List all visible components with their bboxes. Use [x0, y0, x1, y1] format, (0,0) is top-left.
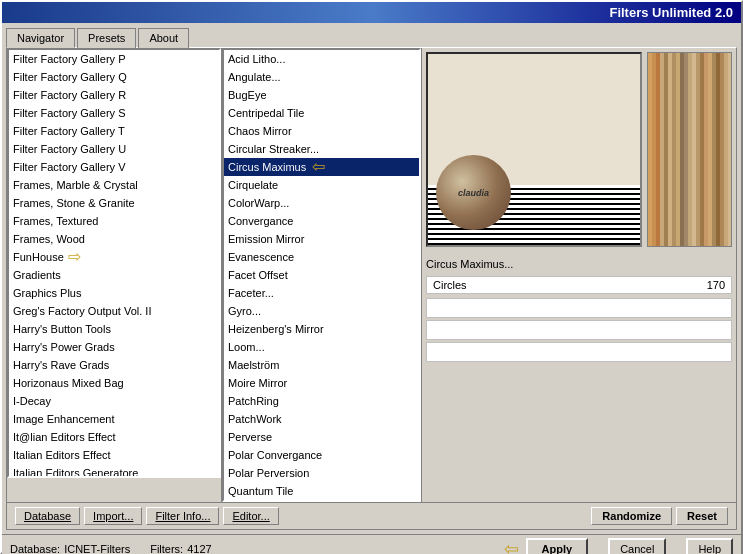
- effect-item[interactable]: Facet Offset: [224, 266, 419, 284]
- filters-status: Filters: 4127: [150, 543, 211, 554]
- slider-row[interactable]: [426, 320, 732, 340]
- list-item[interactable]: Filter Factory Gallery U: [9, 140, 219, 158]
- effect-item[interactable]: PatchRing: [224, 392, 419, 410]
- slider-row[interactable]: [426, 342, 732, 362]
- bottom-toolbar: Database Import... Filter Info... Editor…: [7, 502, 736, 529]
- effect-item[interactable]: PatchWork: [224, 410, 419, 428]
- status-bar: Database: ICNET-Filters Filters: 4127 ⇦ …: [2, 534, 741, 554]
- filter-info-button[interactable]: Filter Info...: [146, 507, 219, 525]
- list-item[interactable]: Italian Editors Effect: [9, 446, 219, 464]
- list-item[interactable]: Frames, Marble & Crystal: [9, 176, 219, 194]
- left-panel: Filter Factory Gallery P Filter Factory …: [7, 48, 222, 502]
- apply-button[interactable]: Apply: [526, 538, 589, 554]
- effect-item[interactable]: Polar Convergance: [224, 446, 419, 464]
- database-status-label: Database:: [10, 543, 60, 554]
- effect-item[interactable]: Maelström: [224, 356, 419, 374]
- list-item[interactable]: Filter Factory Gallery T: [9, 122, 219, 140]
- preview-area: claudia: [426, 52, 732, 252]
- tab-about[interactable]: About: [138, 28, 189, 48]
- preview-image: claudia: [426, 52, 642, 247]
- list-item[interactable]: Horizonaus Mixed Bag: [9, 374, 219, 392]
- effect-item[interactable]: Angulate...: [224, 68, 419, 86]
- filters-status-label: Filters:: [150, 543, 183, 554]
- randomize-button[interactable]: Randomize: [591, 507, 672, 525]
- help-button[interactable]: Help: [686, 538, 733, 554]
- effect-name-label: Circus Maximus...: [426, 256, 732, 272]
- circles-value: 170: [707, 279, 725, 291]
- effect-item[interactable]: Convergance: [224, 212, 419, 230]
- reset-button[interactable]: Reset: [676, 507, 728, 525]
- slider-row[interactable]: [426, 298, 732, 318]
- effect-list[interactable]: Acid Litho... Angulate... BugEye Centrip…: [222, 48, 421, 502]
- list-item[interactable]: Filter Factory Gallery P: [9, 50, 219, 68]
- circles-label: Circles: [433, 279, 467, 291]
- effect-item[interactable]: Quantum Tile: [224, 482, 419, 500]
- list-item[interactable]: Harry's Rave Grads: [9, 356, 219, 374]
- list-item[interactable]: Italian Editors Generatore: [9, 464, 219, 478]
- main-window: Filters Unlimited 2.0 Navigator Presets …: [0, 0, 743, 554]
- effect-item[interactable]: Gyro...: [224, 302, 419, 320]
- list-item[interactable]: Frames, Wood: [9, 230, 219, 248]
- effect-item[interactable]: Centripedal Tile: [224, 104, 419, 122]
- list-item[interactable]: Image Enhancement: [9, 410, 219, 428]
- list-item[interactable]: Greg's Factory Output Vol. II: [9, 302, 219, 320]
- list-item[interactable]: Harry's Power Grads: [9, 338, 219, 356]
- list-item[interactable]: FunHouse ⇦: [9, 248, 219, 266]
- cancel-button[interactable]: Cancel: [608, 538, 666, 554]
- effect-item[interactable]: Moire Mirror: [224, 374, 419, 392]
- title-text: Filters Unlimited 2.0: [609, 5, 733, 20]
- list-item[interactable]: Frames, Textured: [9, 212, 219, 230]
- list-item[interactable]: Graphics Plus: [9, 284, 219, 302]
- editor-button[interactable]: Editor...: [223, 507, 278, 525]
- list-item[interactable]: Filter Factory Gallery S: [9, 104, 219, 122]
- effect-item[interactable]: Evanescence: [224, 248, 419, 266]
- effect-item[interactable]: Polar Perversion: [224, 464, 419, 482]
- panels-row: Filter Factory Gallery P Filter Factory …: [7, 48, 736, 502]
- list-item[interactable]: I-Decay: [9, 392, 219, 410]
- effect-item[interactable]: Chaos Mirror: [224, 122, 419, 140]
- effect-item[interactable]: Cirquelate: [224, 176, 419, 194]
- effect-item[interactable]: Circular Streaker...: [224, 140, 419, 158]
- list-item[interactable]: It@lian Editors Effect: [9, 428, 219, 446]
- tab-navigator[interactable]: Navigator: [6, 28, 75, 48]
- circus-arrow: ⇦: [312, 159, 325, 175]
- database-status-value: ICNET-Filters: [64, 543, 130, 554]
- effect-item[interactable]: Faceter...: [224, 284, 419, 302]
- effect-item[interactable]: Heizenberg's Mirror: [224, 320, 419, 338]
- effect-item[interactable]: Perverse: [224, 428, 419, 446]
- content-area: Filter Factory Gallery P Filter Factory …: [6, 47, 737, 530]
- list-item[interactable]: Filter Factory Gallery Q: [9, 68, 219, 86]
- middle-panel: Acid Litho... Angulate... BugEye Centrip…: [222, 48, 422, 502]
- import-button[interactable]: Import...: [84, 507, 142, 525]
- list-item[interactable]: Filter Factory Gallery V: [9, 158, 219, 176]
- right-panel: claudia Circus Maximus... Circles 170: [422, 48, 736, 502]
- apply-arrow-icon: ⇦: [504, 538, 519, 554]
- database-button[interactable]: Database: [15, 507, 80, 525]
- list-item[interactable]: Harry's Button Tools: [9, 320, 219, 338]
- category-list[interactable]: Filter Factory Gallery P Filter Factory …: [7, 48, 221, 478]
- effect-item[interactable]: BugEye: [224, 86, 419, 104]
- preview-globe: claudia: [436, 155, 511, 230]
- title-bar: Filters Unlimited 2.0: [2, 2, 741, 23]
- circles-row: Circles 170: [426, 276, 732, 294]
- database-status: Database: ICNET-Filters: [10, 543, 130, 554]
- tab-presets[interactable]: Presets: [77, 28, 136, 48]
- tabs-bar: Navigator Presets About: [2, 23, 741, 47]
- list-item[interactable]: Filter Factory Gallery R: [9, 86, 219, 104]
- effect-item[interactable]: Emission Mirror: [224, 230, 419, 248]
- list-item[interactable]: Gradients: [9, 266, 219, 284]
- effect-item[interactable]: Loom...: [224, 338, 419, 356]
- effect-item[interactable]: ColorWarp...: [224, 194, 419, 212]
- filters-status-value: 4127: [187, 543, 211, 554]
- effect-item[interactable]: Acid Litho...: [224, 50, 419, 68]
- apply-btn-container: ⇦ Apply: [526, 538, 589, 554]
- effect-item-circus-maximus[interactable]: Circus Maximus ⇦: [224, 158, 419, 176]
- funhouse-arrow: ⇦: [68, 249, 81, 265]
- sliders-area: [426, 298, 732, 498]
- list-item[interactable]: Frames, Stone & Granite: [9, 194, 219, 212]
